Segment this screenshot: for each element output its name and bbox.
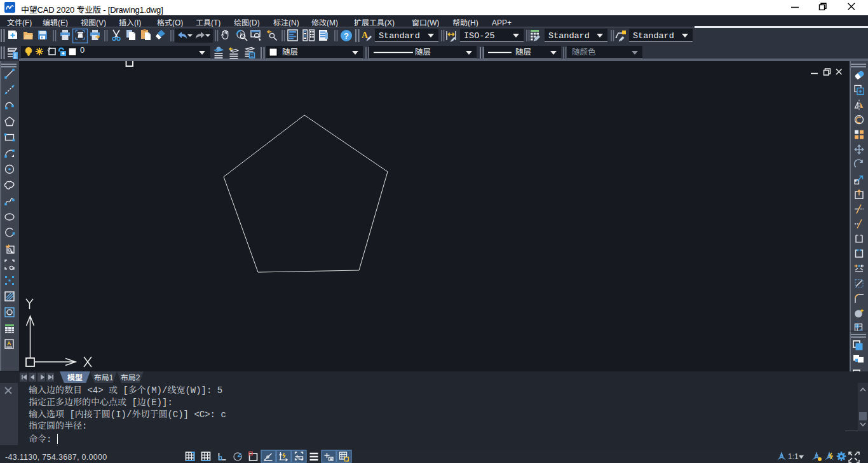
svg-text:A: A (7, 340, 11, 347)
svg-text:1:1: 1:1 (788, 452, 799, 461)
